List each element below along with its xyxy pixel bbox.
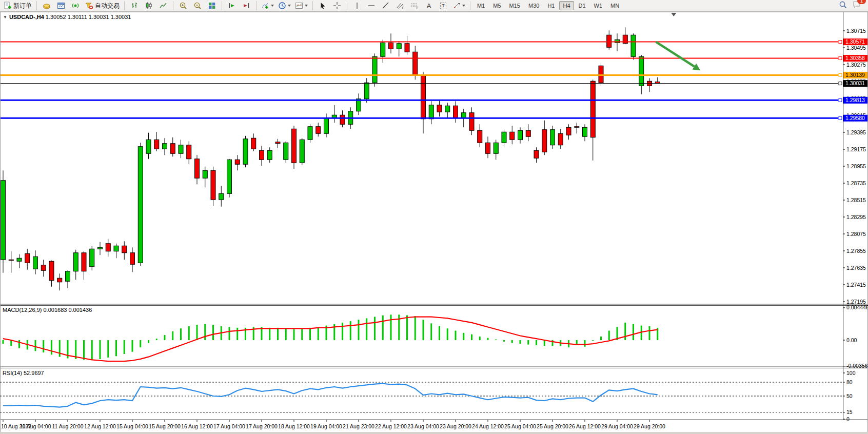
broadcast-icon	[71, 2, 80, 10]
candle-body	[599, 66, 603, 83]
auto-scroll-button[interactable]	[225, 0, 239, 11]
price-tick-label: 1.27415	[846, 282, 866, 288]
tab-timeframe-m15[interactable]: M15	[506, 1, 524, 10]
price-tag-label: 1.30031	[845, 80, 865, 86]
candle-body	[275, 142, 280, 144]
candle-body	[260, 150, 264, 160]
toolbar-right-group: 1	[839, 1, 866, 11]
text-tool-button[interactable]: A	[422, 0, 436, 11]
candle-body	[25, 253, 30, 263]
arrows-dropdown-caret[interactable]	[462, 5, 465, 7]
time-tick-label: 18 Aug 12:00	[278, 423, 310, 429]
candle-body	[300, 140, 304, 163]
price-tag: 1.30031	[843, 80, 867, 87]
periods-button[interactable]	[277, 0, 292, 11]
candle-body	[542, 130, 547, 152]
candle-body	[163, 144, 167, 149]
crosshair-tool-button[interactable]	[330, 0, 344, 11]
search-icon[interactable]	[839, 1, 847, 11]
arrows-tool-button[interactable]	[451, 0, 467, 11]
tab-timeframe-d1[interactable]: D1	[575, 1, 589, 10]
candle-body	[57, 278, 62, 282]
vertical-line-icon	[354, 2, 360, 10]
candle-body	[98, 247, 103, 249]
tab-timeframe-mn[interactable]: MN	[607, 1, 623, 10]
candle-body	[486, 143, 490, 153]
candle-body	[17, 258, 22, 261]
tile-windows-icon	[208, 2, 216, 10]
tab-timeframe-m30[interactable]: M30	[525, 1, 543, 10]
indicators-dropdown-caret[interactable]	[271, 5, 274, 7]
notifications-button[interactable]: 1	[853, 1, 862, 11]
zoom-in-button[interactable]	[176, 0, 190, 11]
line-end-handle	[839, 98, 842, 102]
candle-body	[243, 139, 248, 165]
price-tag: 1.30358	[843, 55, 867, 62]
bar-chart-button[interactable]	[128, 0, 141, 11]
price-tag-label: 1.29813	[845, 97, 865, 103]
time-tick-label: 21 Aug 23:00	[343, 423, 374, 429]
auto-trading-button[interactable]: 自动交易	[83, 0, 121, 11]
separator	[312, 1, 313, 10]
market-watch-button[interactable]	[40, 0, 53, 11]
tab-timeframe-w1[interactable]: W1	[590, 1, 606, 10]
tab-timeframe-m5[interactable]: M5	[489, 1, 504, 10]
new-order-button[interactable]: 新订单	[2, 0, 33, 11]
fibonacci-tool-button[interactable]: F	[408, 0, 421, 11]
label-tool-button[interactable]: T	[437, 0, 450, 11]
separator	[173, 1, 173, 10]
broadcast-button[interactable]	[69, 0, 82, 11]
price-tick-label: 1.29175	[846, 146, 866, 152]
separator	[36, 1, 37, 10]
price-tag-label: 1.29580	[845, 115, 865, 121]
chart-window: 1.307151.304951.302751.300551.298351.296…	[0, 12, 868, 434]
candle-body	[421, 75, 426, 119]
chart-window-button[interactable]	[54, 0, 68, 11]
line-end-handle	[839, 57, 842, 60]
tile-windows-button[interactable]	[205, 0, 219, 11]
periods-dropdown-caret[interactable]	[288, 5, 291, 7]
candlestick-chart-icon	[145, 2, 153, 10]
macd-axis-label: 0.00	[846, 337, 857, 343]
channel-tool-button[interactable]: E	[393, 0, 407, 11]
auto-trading-icon	[85, 2, 93, 10]
clock-icon	[278, 2, 286, 10]
tab-timeframe-h4[interactable]: H4	[559, 1, 574, 10]
candle-body	[502, 132, 506, 143]
candle-body	[106, 244, 110, 251]
tab-timeframe-m1[interactable]: M1	[474, 1, 488, 10]
candle-body	[405, 44, 409, 52]
templates-dropdown-caret[interactable]	[305, 5, 308, 7]
channel-letter: E	[402, 6, 405, 10]
zoom-out-button[interactable]	[191, 0, 204, 11]
chart-canvas[interactable]: 1.307151.304951.302751.300551.298351.296…	[0, 12, 868, 434]
candle-body	[494, 143, 498, 153]
tab-timeframe-h1[interactable]: H1	[544, 1, 558, 10]
toolbar: 新订单 自动交易	[0, 0, 868, 12]
time-tick-label: 25 Aug 20:00	[537, 423, 568, 429]
new-order-icon	[4, 2, 12, 10]
rsi-axis-label: 15	[846, 409, 853, 415]
line-chart-button[interactable]	[156, 0, 170, 11]
chart-window-icon	[57, 2, 65, 10]
candle-body	[631, 35, 636, 56]
indicators-icon	[261, 2, 269, 10]
window-bottom-edge	[0, 432, 868, 434]
chart-shift-button[interactable]	[240, 0, 253, 11]
price-tick-label: 1.28515	[846, 197, 866, 203]
templates-button[interactable]	[293, 0, 309, 11]
price-tick-label: 1.28075	[846, 231, 866, 237]
candle-body	[469, 113, 474, 131]
cursor-tool-button[interactable]	[316, 0, 329, 11]
horizontal-line-tool-button[interactable]	[365, 0, 378, 11]
indicators-button[interactable]	[260, 0, 275, 11]
candle-body	[381, 43, 385, 56]
vertical-line-tool-button[interactable]	[350, 0, 364, 11]
line-end-handle	[839, 73, 842, 76]
trendline-tool-button[interactable]	[379, 0, 392, 11]
candle-body	[583, 127, 587, 136]
price-tick-label: 1.29395	[846, 129, 866, 135]
candlestick-chart-button[interactable]	[142, 0, 155, 11]
candle-body	[211, 170, 215, 200]
arrows-icon	[452, 2, 461, 10]
